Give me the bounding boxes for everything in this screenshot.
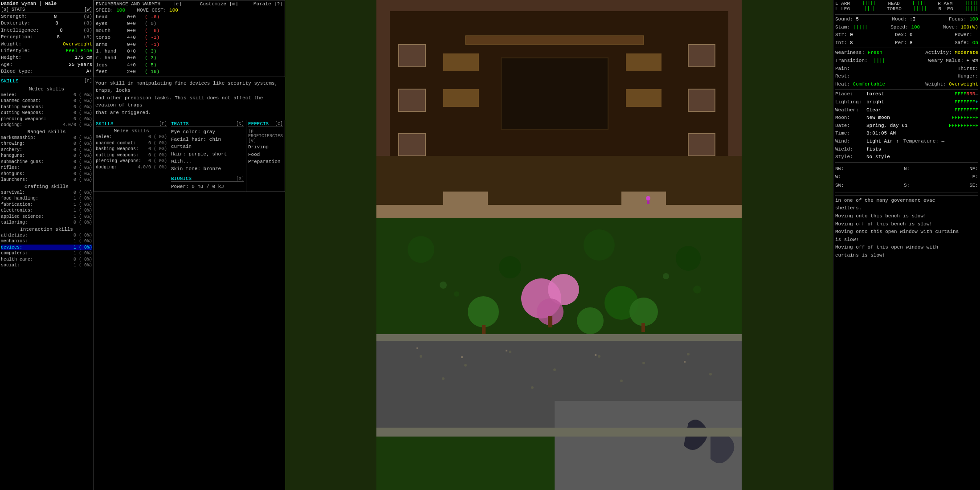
encumbrance-panel: ENCUMBRANCE AND WARMTH [e] Customize [m]… [94,0,285,77]
skill-dodging: dodging: 4.0/0 ( 0%) [1,122,92,128]
svg-rect-23 [621,192,666,218]
overlay-area: ENCUMBRANCE AND WARMTH [e] Customize [m]… [94,0,285,490]
traits-header: TRAITS [t] [171,121,244,127]
enc-arms: arms 0+0 ( -1) [96,41,283,48]
svg-rect-59 [416,347,418,349]
skills-subpanel: SKILLS [r] Melee skills melee: 0 ( 0%) u… [94,120,169,192]
skills-key: [r] [84,78,92,84]
time-row: Time: 8:01:05 AM [835,130,978,138]
trait-hair: Hair: purple, short with... [171,151,244,165]
customize-label: Customize [m] [194,1,241,7]
rest-hunger-row: Rest: Hunger: [835,73,978,81]
skills-label: SKILLS [1,78,19,84]
wind-temp-row: Wind: Light Air ↑ Temperature: — [835,138,978,146]
svg-rect-32 [548,316,552,327]
msg-4: Moving off of this bench is slow! [835,220,978,229]
skills-panel-header: SKILLS [r] [1,78,92,84]
svg-rect-20 [501,58,608,129]
svg-rect-38 [641,323,645,332]
skills-sub-label: SKILLS [96,121,114,127]
skill-launchers: launchers: 0 ( 0%) [1,177,92,183]
msg-7: Moving off of this open window with [835,244,978,252]
wield-row: Wield: fists [835,146,978,154]
compass-mid: W: E: [835,173,978,181]
proficiencies-header: [p] PROFICIENCIES [v] [248,129,283,143]
svg-point-48 [553,368,556,371]
trait-skin: Skin tone: bronze [171,165,244,173]
svg-rect-16 [443,53,479,71]
compass-top: NW: N: NE: [835,165,978,173]
crafting-header: Crafting skills [1,184,92,189]
traits-key: [t] [236,121,244,127]
bionics-label: BIONICS [171,176,192,181]
char-header: Damien Wyman | Male [1,1,92,6]
weather-row: Weather: Clear FFFFFFFF [835,106,978,114]
svg-point-42 [693,286,701,294]
svg-point-51 [687,353,690,355]
weight-key: [w] [84,7,92,12]
str-dex-row: Str: 0 Dex: 0 Power: — [835,31,978,39]
weather-value: Clear [866,106,881,114]
svg-rect-15 [466,36,644,45]
skill-piercing: piercing weapons: 0 ( 0%) [1,116,92,122]
svg-point-26 [499,256,521,278]
enc-feet: feet 2+0 ( 16) [96,69,283,75]
svg-point-33 [468,296,499,327]
compass-bot: SW: S: SE: [835,181,978,190]
svg-point-49 [598,355,600,358]
skill-electronics: electronics: 1 ( 0%) [1,208,92,214]
weariness-activity-row: Weariness: Fresh Activity: Moderate [835,49,978,57]
svg-rect-11 [399,134,425,156]
svg-point-45 [420,355,422,358]
body-top-row: L ARM ||||| HEAD ||||| R ARM ||||| [835,1,978,6]
stats-header: [s] STATS [w] [1,7,92,12]
stat-perception: Perception: 8 (8) [1,34,92,41]
svg-point-50 [642,362,645,364]
style-row: Style: No style [835,153,978,161]
skill-melee: melee: 0 ( 0%) [1,92,92,98]
svg-rect-9 [399,45,425,67]
left-panel: Damien Wyman | Male [s] STATS [w] Streng… [0,0,94,490]
transition-weary-row: Transition: ||||| Weary Malus: + 0% [835,57,978,65]
stat-intelligence: Intelligence: 8 (8) [1,27,92,34]
bionics-header: BIONICS [x] [171,176,244,182]
morale-label: Morale [?] [253,1,283,7]
msg-8: curtains is slow! [835,252,978,260]
body-status: L ARM ||||| HEAD ||||| R ARM ||||| L LEG… [835,1,978,12]
effect-driving: Driving [248,143,283,151]
svg-rect-12 [688,45,715,67]
svg-rect-10 [399,89,425,111]
skill-description: Your skill in manipulating fine devices … [94,79,281,118]
skill-archery: archery: 0 ( 0%) [1,147,92,153]
place-row: Place: forest FFFF RRR — [835,90,978,98]
effects-key: [c] [275,121,283,127]
svg-point-35 [577,307,604,334]
stats-label: [s] STATS [1,7,25,12]
char-gender: | Male [39,1,57,6]
msg-1: in one of the many government evac [835,197,978,205]
lighting-row: Lighting: bright FFFFFFF + [835,98,978,106]
svg-rect-6 [376,205,742,218]
melee-header: Melee skills [1,86,92,92]
divider1 [1,77,92,77]
svg-rect-17 [443,89,479,107]
svg-rect-44 [376,334,742,341]
svg-rect-13 [688,89,715,111]
sub-skill-cutting: cutting weapons: 0 ( 0%) [96,152,167,159]
enc-eyes: eyes 0+0 ( 0) [96,20,283,27]
skill-unarmed: unarmed combat: 0 ( 0%) [1,98,92,104]
svg-rect-61 [506,350,507,351]
msg-5: Moving onto this open window with curtai… [835,228,978,236]
game-map [285,0,833,490]
right-panel: L ARM ||||| HEAD ||||| R ARM ||||| L LEG… [833,0,980,490]
pain-thirst-row: Pain: Thirst: [835,65,978,73]
svg-point-27 [584,229,615,261]
trait-facial: Facial hair: chin curtain [171,136,244,151]
skill-health-care: health care: 0 ( 0%) [1,257,92,263]
svg-point-46 [464,364,467,367]
sub-skill-bashing: bashing weapons: 0 ( 0%) [96,146,167,152]
game-viewport[interactable] [285,0,833,490]
svg-rect-34 [482,325,486,334]
skill-devices[interactable]: devices: 1 ( 0%) [1,245,92,251]
stam-speed-row: Stam: ||||| Speed: 100 Move: 100(W) [835,24,978,32]
